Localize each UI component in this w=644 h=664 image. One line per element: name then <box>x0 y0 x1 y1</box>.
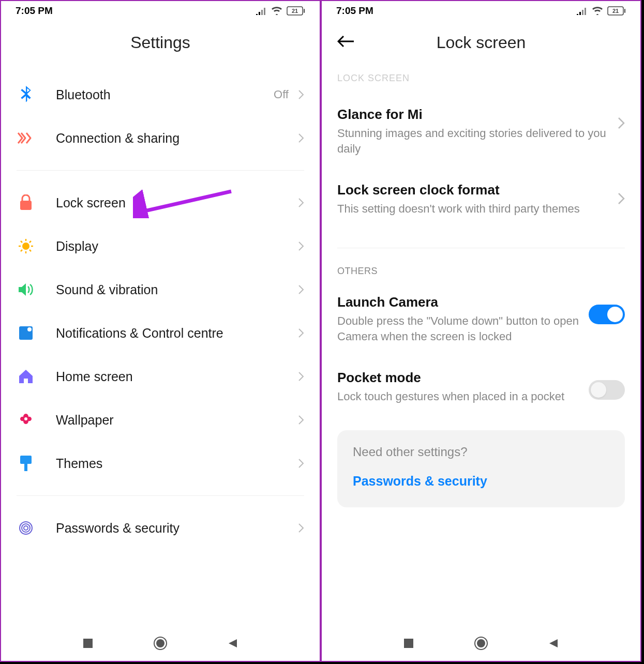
section-header: LOCK SCREEN <box>337 73 625 96</box>
svg-point-19 <box>22 524 30 532</box>
svg-rect-29 <box>404 639 413 648</box>
battery-icon: 21 <box>287 6 305 16</box>
item-sound[interactable]: Sound & vibration <box>17 268 304 311</box>
chevron-right-icon <box>298 523 304 533</box>
wifi-icon <box>271 7 282 15</box>
item-label: Home screen <box>56 369 298 384</box>
svg-point-31 <box>477 639 485 647</box>
nav-back-icon[interactable] <box>227 637 239 650</box>
item-label: Sound & vibration <box>56 282 298 297</box>
toggle-pocket[interactable] <box>589 380 625 400</box>
chevron-right-icon <box>618 117 625 129</box>
back-button[interactable] <box>337 35 355 50</box>
fingerprint-icon <box>17 519 35 537</box>
setting-launch-camera[interactable]: Launch Camera Double press the "Volume d… <box>337 284 625 359</box>
setting-desc: Double press the "Volume down" button to… <box>337 313 579 344</box>
svg-rect-22 <box>83 639 93 648</box>
item-wallpaper[interactable]: Wallpaper <box>17 398 304 442</box>
setting-clock-format[interactable]: Lock screen clock format This setting do… <box>337 172 625 232</box>
setting-desc: Stunning images and exciting stories del… <box>337 126 608 156</box>
nav-recent-icon[interactable] <box>402 637 415 650</box>
svg-line-11 <box>21 250 22 251</box>
setting-title: Pocket mode <box>337 370 579 386</box>
tile-icon <box>17 324 35 342</box>
svg-rect-1 <box>304 9 305 13</box>
svg-line-12 <box>29 241 31 243</box>
section-header-others: OTHERS <box>337 261 625 284</box>
header: Settings <box>1 18 320 73</box>
page-title: Settings <box>1 33 320 52</box>
status-indicators: 21 <box>256 6 305 16</box>
chevron-right-icon <box>298 458 304 469</box>
svg-point-14 <box>27 327 32 331</box>
other-settings-card: Need other settings? Passwords & securit… <box>337 430 625 507</box>
status-indicators: 21 <box>576 6 626 16</box>
home-icon <box>17 367 35 386</box>
item-display[interactable]: Display <box>17 224 304 268</box>
divider <box>337 248 625 248</box>
chevron-right-icon <box>298 415 304 425</box>
item-label: Display <box>56 239 298 254</box>
svg-text:21: 21 <box>292 8 298 14</box>
svg-rect-16 <box>20 456 32 464</box>
svg-rect-3 <box>20 201 32 210</box>
phone-settings: 7:05 PM 21 Settings Bluetooth Off Connec… <box>0 0 321 662</box>
nav-back-icon[interactable] <box>547 637 560 650</box>
chevron-right-icon <box>298 371 304 382</box>
flower-icon <box>17 411 35 429</box>
divider <box>17 170 304 171</box>
nav-home-icon[interactable] <box>473 636 489 651</box>
bluetooth-icon <box>17 85 35 104</box>
item-label: Lock screen <box>56 195 298 210</box>
svg-point-4 <box>22 243 29 250</box>
svg-point-24 <box>156 639 164 647</box>
nav-bar <box>322 626 640 661</box>
setting-glance[interactable]: Glance for Mi Stunning images and exciti… <box>337 96 625 172</box>
toggle-camera[interactable] <box>589 305 625 324</box>
item-label: Wallpaper <box>56 413 298 428</box>
header: Lock screen <box>322 18 640 73</box>
item-notifications[interactable]: Notifications & Control centre <box>17 311 304 355</box>
chevron-right-icon <box>298 89 304 100</box>
setting-desc: This setting doesn't work with third par… <box>337 201 608 217</box>
volume-icon <box>17 280 35 299</box>
item-label: Notifications & Control centre <box>56 326 298 341</box>
chevron-right-icon <box>298 198 304 208</box>
status-time: 7:05 PM <box>16 5 53 17</box>
battery-icon: 21 <box>607 6 626 16</box>
divider <box>17 495 304 496</box>
chevron-right-icon <box>298 133 304 143</box>
svg-rect-17 <box>24 464 27 471</box>
brush-icon <box>17 454 35 473</box>
svg-text:21: 21 <box>612 8 619 14</box>
setting-desc: Lock touch gestures when placed in a poc… <box>337 389 579 404</box>
item-label: Themes <box>56 456 298 471</box>
status-bar: 7:05 PM 21 <box>322 1 640 18</box>
phone-lock-screen: 7:05 PM 21 Lock screen LOCK SCREEN Glanc… <box>321 0 641 662</box>
svg-line-10 <box>29 250 31 251</box>
item-home-screen[interactable]: Home screen <box>17 355 304 398</box>
sun-icon <box>17 237 35 255</box>
status-bar: 7:05 PM 21 <box>1 1 320 18</box>
item-value: Off <box>274 88 289 101</box>
svg-point-18 <box>24 526 28 530</box>
nav-recent-icon[interactable] <box>82 637 94 650</box>
wifi-icon <box>592 7 603 15</box>
chevron-right-icon <box>298 241 304 251</box>
item-lock-screen[interactable]: Lock screen <box>17 181 304 224</box>
setting-title: Lock screen clock format <box>337 182 608 198</box>
item-bluetooth[interactable]: Bluetooth Off <box>17 73 304 116</box>
signal-icon <box>256 7 267 15</box>
connection-icon <box>17 129 35 147</box>
item-label: Connection & sharing <box>56 131 298 146</box>
status-time: 7:05 PM <box>336 5 373 17</box>
passwords-security-link[interactable]: Passwords & security <box>353 474 609 489</box>
item-connection[interactable]: Connection & sharing <box>17 116 304 160</box>
nav-home-icon[interactable] <box>153 636 168 651</box>
setting-pocket-mode[interactable]: Pocket mode Lock touch gestures when pla… <box>337 359 625 420</box>
svg-rect-26 <box>624 9 625 13</box>
item-passwords[interactable]: Passwords & security <box>17 506 304 550</box>
svg-point-15 <box>24 417 27 420</box>
item-themes[interactable]: Themes <box>17 442 304 485</box>
lock-icon <box>17 193 35 212</box>
